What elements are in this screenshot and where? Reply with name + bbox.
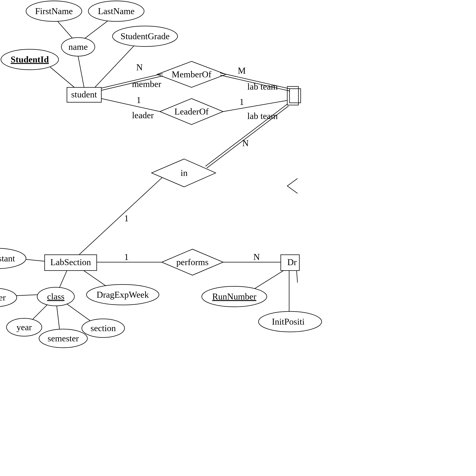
attribute-name-label: name: [68, 42, 88, 52]
entity-labteam-outer: [287, 86, 298, 105]
entity-labsection-label: LabSection: [51, 257, 91, 267]
edge-name-student: [78, 56, 84, 87]
card-performs-labsection: 1: [124, 252, 129, 262]
card-in-labteam: N: [242, 138, 249, 148]
edge-semester-class: [57, 306, 60, 329]
entity-student-label: student: [71, 89, 97, 99]
card-in-labsection: 1: [124, 213, 129, 223]
attribute-studentgrade-label: StudentGrade: [120, 31, 170, 41]
edge-number-class: [16, 295, 37, 296]
edge-section-class: [67, 304, 90, 321]
edge-dragexpweek-labsection: [84, 271, 106, 286]
edge-in-labsection: [79, 178, 162, 255]
attribute-year-label: year: [17, 322, 32, 332]
edge-leaderof-labteam: [223, 101, 287, 112]
entity-dragexperiment-label: Dr: [287, 257, 297, 267]
role-member: member: [132, 79, 161, 89]
attribute-dragexpweek-label: DragExpWeek: [97, 290, 149, 300]
relationship-leaderof-label: LeaderOf: [174, 106, 209, 116]
edge-studentgrade-student: [95, 46, 134, 87]
attribute-lastname-label: LastName: [98, 6, 135, 16]
edge-name-first: [58, 21, 72, 38]
er-diagram: FirstName LastName name StudentId Studen…: [0, 0, 476, 476]
attribute-semester-label: semester: [48, 333, 79, 343]
card-leaderof-student: 1: [136, 95, 141, 105]
edge-student-leaderof: [101, 99, 160, 112]
attribute-section-label: section: [91, 323, 116, 333]
svg-line-4: [205, 104, 287, 166]
edge-class-labsection: [60, 271, 67, 288]
attribute-runnumber-label: RunNumber: [212, 291, 256, 301]
attribute-initposition-label: InitPositi: [272, 317, 305, 326]
attribute-number-label: ber: [0, 292, 6, 302]
card-memberof-labteam: M: [238, 66, 246, 75]
attribute-assistant-label: ssistant: [0, 254, 15, 263]
relationship-performs-label: performs: [176, 257, 208, 267]
role-labteam-memberof: lab team: [247, 82, 278, 91]
card-performs-dragexp: N: [254, 252, 260, 262]
edge-year-class: [33, 305, 47, 320]
card-memberof-student: N: [136, 62, 143, 72]
edge-name-last: [85, 21, 108, 38]
card-leaderof-labteam: 1: [239, 97, 244, 107]
attribute-studentid-label: StudentId: [11, 54, 49, 64]
partial-right-diamond: [287, 178, 298, 193]
edge-studentid-student: [50, 67, 74, 87]
attribute-class-label: class: [47, 291, 64, 301]
edge-runnumber-dragexp: [255, 271, 284, 289]
role-labteam-leaderof: lab team: [247, 111, 278, 121]
relationship-in-label: in: [181, 168, 187, 178]
role-leader: leader: [132, 110, 154, 120]
edge-unknown-dragexp: [297, 271, 298, 283]
attribute-firstname-label: FirstName: [35, 6, 73, 16]
entity-labteam-inner: [289, 89, 301, 103]
relationship-memberof-label: MemberOf: [172, 69, 211, 79]
edge-assistant-labsection: [26, 259, 45, 261]
